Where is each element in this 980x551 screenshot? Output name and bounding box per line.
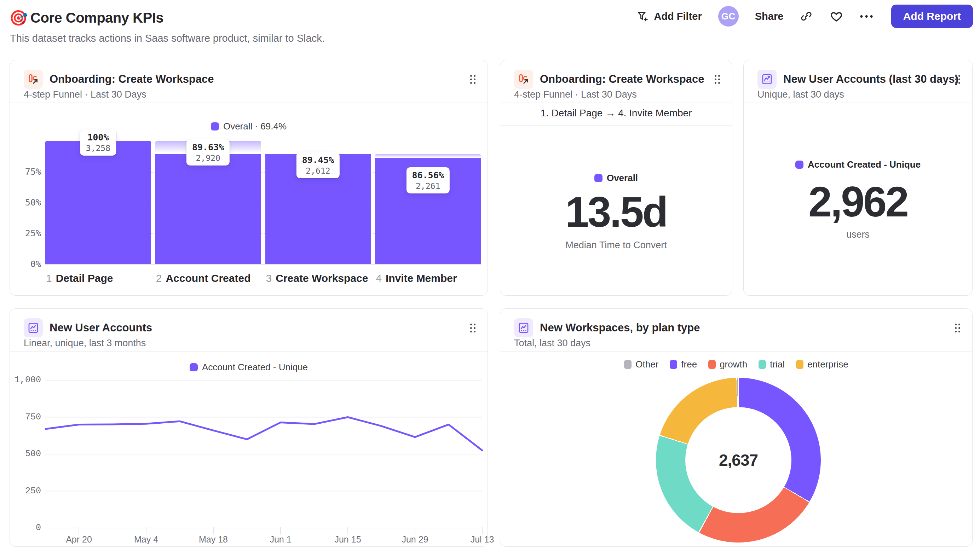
metric-caption: users	[744, 229, 972, 240]
metric-legend[interactable]: Account Created - Unique	[744, 159, 972, 170]
metric-value: 2,962	[744, 180, 972, 223]
funnel-bar[interactable]	[155, 154, 261, 264]
metric-legend[interactable]: Overall	[500, 173, 732, 184]
card-title: New Workspaces, by plan type	[540, 321, 700, 334]
funnel-value-tooltip: 89.45%2,612	[296, 152, 340, 178]
funnel-dropoff-cap	[375, 154, 481, 158]
line-x-tick: Jun 15	[334, 534, 361, 545]
add-report-button[interactable]: Add Report	[891, 5, 973, 28]
funnel-step-label: 1Detail Page	[46, 272, 113, 284]
line-y-tick: 250	[10, 486, 41, 496]
line-x-tick: Jun 29	[402, 534, 428, 545]
card-subtitle: Unique, last 30 days	[757, 89, 844, 100]
line-x-tick: May 4	[134, 534, 158, 545]
drag-handle-icon[interactable]	[715, 75, 720, 84]
funnel-step-number: 4	[376, 272, 382, 284]
more-menu-button[interactable]: •••	[860, 11, 875, 22]
share-button[interactable]: Share	[755, 11, 784, 22]
accounts-trend-card: New User Accounts Linear, unique, last 3…	[10, 308, 488, 547]
legend-swatch	[796, 360, 803, 369]
legend-swatch	[670, 360, 677, 369]
insights-report-icon	[514, 318, 533, 337]
legend-item[interactable]: free	[670, 359, 697, 370]
line-chart-svg[interactable]	[45, 376, 484, 537]
legend-swatch	[624, 360, 632, 369]
legend-item[interactable]: enterprise	[796, 359, 848, 370]
add-filter-button[interactable]: Add Filter	[636, 10, 702, 23]
add-filter-label: Add Filter	[654, 11, 702, 22]
line-y-tick: 0	[10, 523, 41, 533]
line-x-tick: Jun 1	[270, 534, 291, 545]
time-to-convert-card: Onboarding: Create Workspace 4-step Funn…	[500, 60, 732, 296]
link-icon[interactable]	[800, 10, 813, 23]
legend-swatch	[708, 360, 716, 369]
funnel-y-tick: 25%	[10, 228, 41, 238]
funnel-chart[interactable]: 75%50%25%0%100%3,2581Detail Page89.63%2,…	[10, 60, 487, 295]
legend-label: Account Created - Unique	[808, 159, 921, 170]
divider	[500, 103, 732, 103]
new-accounts-card: New User Accounts (last 30 days) Unique,…	[743, 60, 972, 296]
line-y-tick: 750	[10, 412, 41, 422]
page-title: Core Company KPIs	[30, 10, 164, 26]
card-subtitle: Total, last 30 days	[514, 338, 590, 349]
funnel-step-number: 3	[266, 272, 272, 284]
share-label: Share	[755, 11, 784, 22]
funnel-step-label: 4Invite Member	[376, 272, 457, 284]
line-y-tick: 1,000	[10, 375, 41, 385]
funnel-step-label: 3Create Workspace	[266, 272, 368, 284]
donut-legend: Otherfreegrowthtrialenterprise	[500, 359, 972, 370]
funnel-y-tick: 75%	[10, 167, 41, 177]
donut-total: 2,637	[719, 451, 758, 470]
favorite-heart-icon[interactable]	[829, 9, 843, 23]
legend-swatch	[795, 160, 803, 169]
funnel-gridline	[45, 264, 481, 265]
drag-handle-icon[interactable]	[955, 324, 960, 332]
funnel-step-number: 2	[156, 272, 162, 284]
insights-report-icon	[757, 70, 776, 89]
legend-swatch	[594, 174, 603, 182]
funnel-range-label: 1. Detail Page → 4. Invite Member	[500, 108, 732, 119]
legend-label: Overall	[607, 173, 638, 184]
legend-item[interactable]: growth	[708, 359, 747, 370]
card-title: New User Accounts (last 30 days)	[783, 73, 958, 86]
card-subtitle: 4-step Funnel · Last 30 Days	[514, 89, 637, 100]
funnel-y-tick: 50%	[10, 197, 41, 208]
funnel-step-number: 1	[46, 272, 52, 284]
board-emoji-icon: 🎯	[9, 9, 28, 27]
card-title: Onboarding: Create Workspace	[540, 73, 705, 86]
funnel-y-tick: 0%	[10, 259, 41, 269]
line-x-tick: May 18	[199, 534, 228, 545]
funnel-value-tooltip: 89.63%2,920	[186, 139, 230, 165]
funnel-report-icon	[514, 70, 533, 89]
avatar-initials: GC	[721, 11, 735, 22]
line-x-tick: Jul 13	[471, 534, 494, 545]
funnel-step-label: 2Account Created	[156, 272, 251, 284]
legend-item[interactable]: Other	[624, 359, 659, 370]
avatar[interactable]: GC	[718, 6, 739, 27]
legend-item[interactable]: trial	[759, 359, 785, 370]
legend-swatch	[759, 360, 766, 369]
funnel-bar[interactable]	[45, 141, 151, 264]
line-x-tick: Apr 20	[66, 534, 92, 545]
funnel-value-tooltip: 86.56%2,261	[406, 167, 449, 194]
page-subtitle: This dataset tracks actions in Saas soft…	[10, 33, 325, 44]
line-chart[interactable]: 1,0007505002500Apr 20May 4May 18Jun 1Jun…	[10, 309, 487, 546]
funnel-value-tooltip: 100%3,258	[80, 129, 116, 156]
workspaces-card: New Workspaces, by plan type Total, last…	[500, 308, 972, 547]
drag-handle-icon[interactable]	[955, 75, 960, 84]
divider	[500, 125, 732, 125]
metric-value: 13.5d	[500, 191, 732, 233]
filter-plus-icon	[636, 10, 649, 23]
line-y-tick: 500	[10, 449, 41, 459]
metric-caption: Median Time to Convert	[500, 240, 732, 251]
divider	[744, 103, 972, 103]
funnel-card: Onboarding: Create Workspace 4-step Funn…	[10, 60, 488, 296]
